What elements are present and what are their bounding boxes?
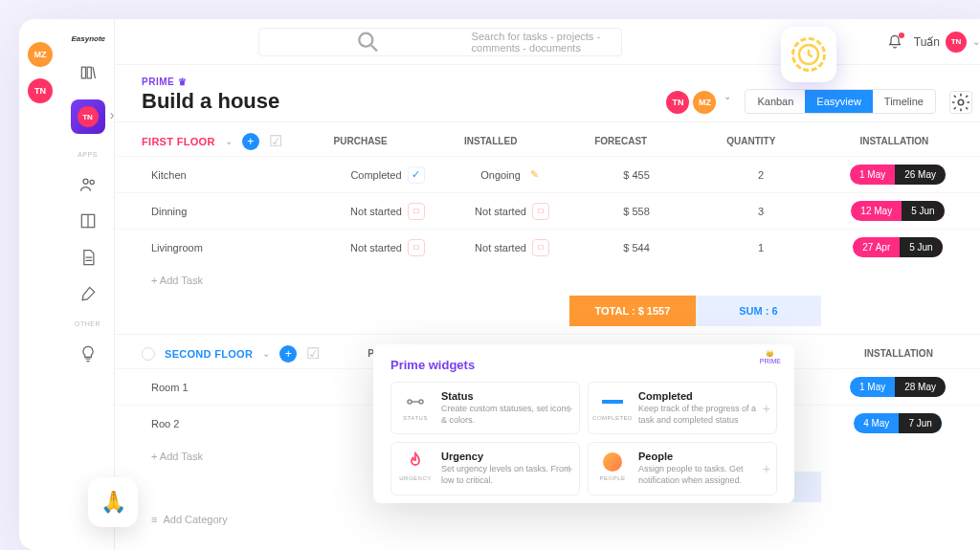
svg-point-9	[419, 400, 423, 404]
svg-rect-1	[87, 67, 91, 78]
date-pill[interactable]: 4 May7 Jun	[854, 413, 942, 433]
chevron-down-icon: ⌄	[724, 91, 731, 114]
popover-title: Prime widgets	[390, 358, 777, 372]
table-row[interactable]: Livingroom Not started□ Not started□ $ 5…	[115, 229, 980, 265]
pencil-icon: ✎	[526, 166, 544, 184]
prime-widgets-popover: Prime widgets 👑PRIME STATUS StatusCreate…	[373, 344, 794, 503]
forecast-cell: $ 558	[574, 206, 699, 217]
section-title[interactable]: SECOND FLOOR	[165, 348, 253, 360]
chevron-down-icon[interactable]: ⌄	[225, 136, 233, 146]
checkbox-column-icon[interactable]: ☑	[269, 132, 286, 150]
add-category-button[interactable]: ≡Add Category	[115, 502, 980, 537]
search-placeholder: Search for tasks - projects - comments -…	[472, 31, 611, 54]
col-installation: INSTALLATION	[825, 348, 972, 359]
add-widget-button[interactable]: +	[763, 401, 770, 416]
date-pill[interactable]: 1 May28 May	[850, 377, 946, 397]
widget-completed[interactable]: COMPLETED CompletedKeep track of the pro…	[588, 382, 777, 434]
box-icon: □	[532, 203, 549, 220]
col-quantity: QUANTITY	[686, 136, 816, 146]
sum-quantity: SUM : 6	[696, 296, 822, 326]
quantity-cell: 2	[699, 169, 823, 181]
board-icon[interactable]	[78, 211, 98, 231]
forecast-cell: $ 455	[574, 169, 699, 181]
crown-icon: ♛	[178, 77, 188, 87]
tab-timeline[interactable]: Timeline	[873, 90, 935, 113]
lightbulb-icon[interactable]	[78, 344, 98, 363]
date-pill[interactable]: 12 May5 Jun	[851, 201, 944, 221]
task-name[interactable]: Kitchen	[142, 169, 325, 181]
topbar: Search for tasks - projects - comments -…	[115, 19, 980, 65]
task-name[interactable]: Dinning	[142, 206, 325, 217]
add-column-button[interactable]: +	[279, 345, 297, 363]
page-header: PRIME ♛ Build a house TN MZ ⌄ Kanban Eas…	[115, 65, 980, 121]
forecast-cell: $ 544	[574, 242, 699, 253]
user-name: Tuấn	[914, 35, 940, 49]
rail-apps-label: APPS	[78, 151, 98, 158]
settings-button[interactable]	[949, 91, 972, 114]
flame-icon	[404, 451, 427, 473]
section-title[interactable]: FIRST FLOOR	[142, 136, 215, 147]
svg-point-2	[83, 179, 88, 184]
task-name[interactable]: Livingroom	[142, 242, 325, 253]
table-row[interactable]: Dinning Not started□ Not started□ $ 558 …	[115, 192, 980, 229]
prime-badge: 👑PRIME	[760, 350, 781, 364]
totals-row: TOTAL : $ 1557 SUM : 6	[115, 296, 980, 326]
add-task-button[interactable]: + Add Task	[115, 265, 980, 296]
svg-point-3	[90, 180, 94, 184]
date-pill[interactable]: 27 Apr5 Jun	[853, 237, 942, 257]
add-widget-button[interactable]: +	[566, 461, 573, 476]
avatar-mz[interactable]: MZ	[28, 42, 53, 67]
avatar-icon	[601, 451, 624, 473]
col-forecast: FORECAST	[556, 136, 686, 146]
svg-point-5	[360, 33, 373, 46]
task-name[interactable]: Roo 2	[142, 418, 325, 429]
quantity-cell: 3	[699, 206, 823, 217]
add-column-button[interactable]: +	[242, 133, 259, 150]
praying-hands-badge[interactable]: 🙏	[88, 477, 138, 527]
section-radio[interactable]	[142, 347, 155, 361]
svg-rect-0	[81, 67, 85, 78]
widget-people[interactable]: PEOPLE PeopleAssign people to tasks. Get…	[588, 442, 777, 495]
tab-kanban[interactable]: Kanban	[746, 90, 805, 113]
user-menu[interactable]: Tuấn TN ⌄	[914, 32, 980, 53]
add-widget-button[interactable]: +	[763, 461, 770, 476]
page-title: Build a house	[142, 89, 653, 114]
document-icon[interactable]	[78, 248, 98, 267]
total-forecast: TOTAL : $ 1557	[569, 296, 696, 326]
col-installed: INSTALLED	[426, 136, 556, 146]
search-input[interactable]: Search for tasks - projects - comments -…	[258, 28, 622, 56]
svg-point-8	[408, 400, 412, 404]
chevron-down-icon: ⌄	[972, 36, 980, 47]
avatar-tn[interactable]: TN	[28, 78, 53, 103]
box-icon: □	[408, 239, 425, 256]
view-tabs: Kanban Easyview Timeline	[745, 89, 936, 114]
check-icon: ✓	[408, 166, 425, 184]
brand-logo[interactable]: Easynote	[72, 31, 104, 46]
brush-icon[interactable]	[78, 284, 98, 303]
tab-easyview[interactable]: Easyview	[805, 90, 872, 113]
notifications-icon[interactable]	[887, 34, 902, 50]
header-avatars[interactable]: TN MZ ⌄	[666, 91, 731, 114]
widget-status[interactable]: STATUS StatusCreate custom statuses, set…	[390, 382, 580, 434]
table-row[interactable]: Kitchen Completed✓ Ongoing✎ $ 455 2 1 Ma…	[115, 156, 980, 192]
widget-urgency[interactable]: URGENCY UrgencySet urgency levels on tas…	[390, 442, 580, 495]
status-icon	[404, 390, 427, 413]
progress-icon	[601, 390, 624, 413]
active-app-tile[interactable]: TN	[71, 99, 105, 134]
chevron-down-icon[interactable]: ⌄	[262, 348, 270, 359]
add-widget-button[interactable]: +	[566, 401, 573, 416]
box-icon: □	[408, 203, 425, 220]
date-pill[interactable]: 1 May26 May	[850, 165, 946, 185]
col-purchase: PURCHASE	[296, 136, 426, 146]
quantity-cell: 1	[699, 242, 823, 253]
clock-badge[interactable]	[781, 27, 836, 82]
checkbox-column-icon[interactable]: ☑	[306, 344, 323, 363]
task-name[interactable]: Room 1	[142, 382, 325, 393]
left-rail: Easynote TN APPS OTHER	[61, 19, 115, 550]
box-icon: □	[532, 239, 549, 256]
people-icon[interactable]	[78, 175, 98, 194]
prime-tag: PRIME ♛	[142, 77, 653, 87]
rail-other-label: OTHER	[75, 320, 100, 327]
library-icon[interactable]	[78, 63, 98, 82]
section-header-first: FIRST FLOOR ⌄ + ☑ PURCHASE INSTALLED FOR…	[115, 121, 980, 156]
